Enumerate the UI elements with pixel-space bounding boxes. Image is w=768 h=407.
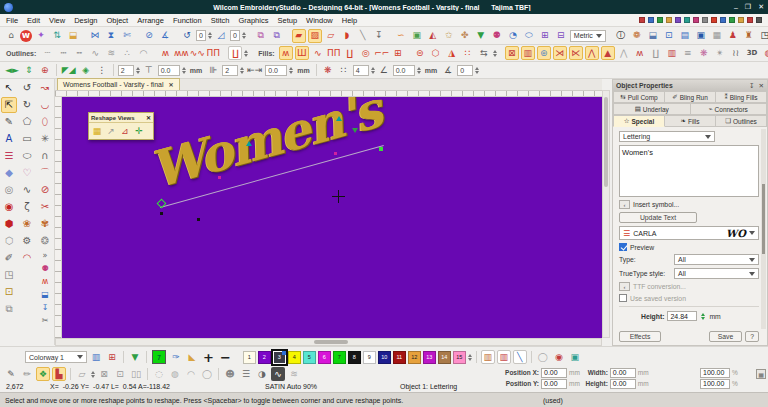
balloon-icon[interactable]: ✦ [34,29,48,43]
ellipse-red-tool[interactable]: ⬯ [37,114,53,130]
wheel2-tool[interactable]: ❂ [37,233,53,249]
tab-fills[interactable]: ❧Fills [665,115,716,127]
bucket-small-icon[interactable]: ⬓ [37,289,53,301]
color-wheel-icon[interactable]: ◉ [552,350,566,364]
reshape-anchor-icon[interactable]: ✛ [132,124,146,138]
stitch-line-icon[interactable]: ╲ [356,29,370,43]
reshape-node-sq[interactable] [197,218,200,221]
fx-lines-icon[interactable]: ≡ [681,46,695,60]
points-icon[interactable]: ∷ [337,63,351,77]
reshape-angle-icon[interactable]: ⊿ [118,124,132,138]
team-small-icon[interactable]: ⚉ [37,263,53,275]
colorway-select[interactable]: Colorway 1 [25,351,87,363]
color-swatch-6[interactable]: 6 [318,351,331,364]
operator-icon[interactable]: ☻ [223,367,237,381]
menu-window[interactable]: Window [306,16,333,25]
fx-block-icon[interactable]: ▥ [665,46,679,60]
spin-stepper[interactable] [242,32,246,39]
mirror-copy-h-icon[interactable]: ⧉ [254,29,268,43]
rotate-ccw-tool[interactable]: ↺ [19,80,35,96]
hspace-icon[interactable]: ⇤⇥ [246,63,263,77]
outline-dash1-icon[interactable]: ┄ [40,46,54,60]
needle-icon[interactable]: ↧ [372,29,386,43]
hspace-input[interactable]: 0.0 [265,65,287,76]
rotate-cw-tool[interactable]: ↻ [19,97,35,113]
docked-mini-icon-13[interactable] [747,17,753,23]
spin-stepper[interactable] [91,371,95,378]
spin-stepper[interactable] [244,50,248,57]
grid-settings-icon[interactable]: ⊡ [662,29,676,43]
jump1-icon[interactable]: ◌ [152,367,166,381]
position-y-input[interactable]: 0.00 [541,379,567,389]
docked-mini-icon-9[interactable] [711,17,717,23]
color-swatch-14[interactable]: 14 [438,351,451,364]
outline-dash3-icon[interactable]: ╍ [72,46,86,60]
sliders-icon[interactable]: ☰ [239,367,253,381]
kaleidoscope-icon[interactable]: ✄ [120,29,134,43]
color-swatch-13[interactable]: 13 [423,351,436,364]
fff-icon[interactable]: ⊪ [206,63,220,77]
knife-tool[interactable]: ✐ [1,250,17,266]
current-color-swatch[interactable]: 7 [152,350,166,364]
fx-mesh-icon[interactable]: ⊛ [537,46,551,60]
copies-input[interactable]: 2 [118,65,134,76]
outline-wave-icon[interactable]: ∿ [88,46,102,60]
tshirt-colorway-icon[interactable]: ▼ [128,350,142,364]
poly-ok-icon[interactable]: ⊡ [113,367,127,381]
reshape-node-sq[interactable] [160,212,163,215]
points-input[interactable]: 4 [353,65,369,76]
column2-icon[interactable]: ⋮ [95,63,109,77]
fx-zigzag1-icon[interactable]: ⋊ [553,46,567,60]
vertical-scrollbar[interactable] [602,90,610,338]
save-button[interactable]: Save [709,331,743,342]
ring2-icon[interactable]: ⬡ [429,46,443,60]
outline-arc-icon[interactable]: ◠ [136,46,150,60]
grid-icon[interactable]: ⊞ [538,29,552,43]
fx-zigzag2-icon[interactable]: ⋉ [569,46,583,60]
lettering-tool[interactable]: A [1,131,17,147]
reshape-node-sq[interactable] [218,176,221,179]
menu-edit[interactable]: Edit [27,16,40,25]
slash-icon[interactable]: ╲ [513,350,527,364]
fx-feather1-icon[interactable]: ⋀ [585,46,599,60]
monogram-tool[interactable]: ☰ [1,148,17,164]
rectangle-tool[interactable]: ▭ [19,131,35,147]
radius-input[interactable]: 0.0 [393,65,415,76]
docked-mini-icon-10[interactable] [720,17,726,23]
menu-graphics[interactable]: Graphics [238,16,268,25]
docked-mini-icon-3[interactable] [657,17,663,23]
menu-stitch[interactable]: Stitch [211,16,230,25]
arch-tool[interactable]: ∩ [37,148,53,164]
docked-mini-icon-7[interactable] [693,17,699,23]
motif-icon[interactable]: ✤ [458,29,472,43]
needle-small-icon[interactable]: ↧ [37,302,53,314]
tab-bling-fills[interactable]: ⁑Bling Fills [716,91,767,103]
tab-outlines[interactable]: ❑Outlines [716,115,767,127]
team-names-icon[interactable]: ⚉ [490,29,504,43]
fill-cross-icon[interactable]: ⊞ [391,46,405,60]
menu-design[interactable]: Design [74,16,97,25]
fill-motif-icon[interactable]: ∿ [311,46,325,60]
tab-bling-run[interactable]: ✐Bling Run [665,91,716,103]
fill-style-outline-icon[interactable]: ▱ [324,29,338,43]
position-x-input[interactable]: 0.00 [541,368,567,378]
shapes-view-icon[interactable]: ❖ [36,367,50,381]
mini-palette-icon[interactable]: ⊞ [105,350,119,364]
reshape-node-tridown[interactable] [352,128,358,133]
reshape-tool[interactable]: ⇱ [1,97,17,113]
panel-scrollbar-thumb[interactable] [762,184,765,254]
target-tool[interactable]: ◉ [1,199,17,215]
fx-feather2-icon[interactable]: ▲ [601,46,615,60]
docked-mini-icon-12[interactable] [738,17,744,23]
stamp-icon[interactable]: ♜ [742,29,756,43]
tab-underlay[interactable]: ▤Underlay [613,103,691,115]
open-folder-icon[interactable]: ⬓ [66,29,80,43]
eyedropper-icon[interactable]: ✑ [169,350,183,364]
radius-icon[interactable]: ∠ [377,63,391,77]
mirror-copy-v-icon[interactable]: ⧉ [270,29,284,43]
fill-loop-icon[interactable]: ⌐⌐ [375,46,389,60]
color-swatch-1[interactable]: 1 [243,351,256,364]
docked-mini-icon-11[interactable] [729,17,735,23]
shapes-tool[interactable]: ♡ [19,165,35,181]
height-field-input[interactable]: 0.00 [610,379,636,389]
